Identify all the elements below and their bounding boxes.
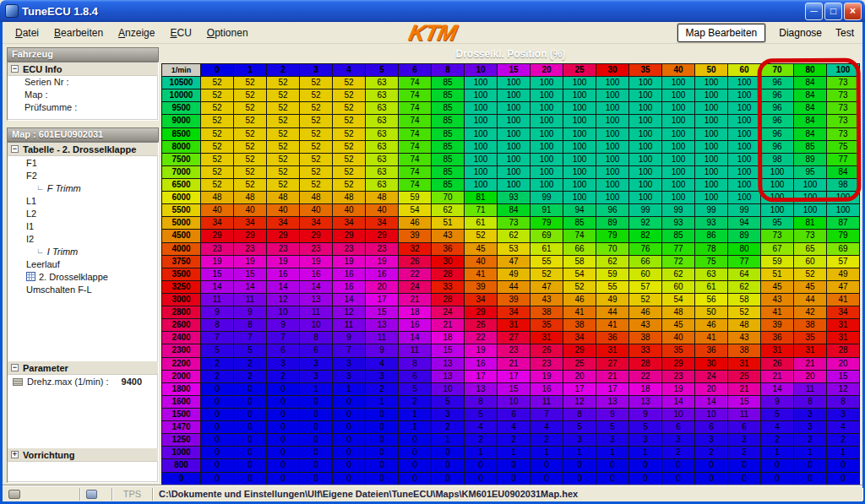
map-cell[interactable]: 100	[827, 204, 860, 217]
map-cell[interactable]: 16	[530, 382, 563, 395]
map-cell[interactable]: 81	[465, 192, 498, 204]
map-cell[interactable]: 72	[662, 255, 695, 268]
map-cell[interactable]: 7	[530, 408, 563, 420]
map-cell[interactable]: 13	[629, 395, 662, 408]
map-cell[interactable]: 80	[728, 242, 761, 255]
map-cell[interactable]: 26	[530, 344, 563, 357]
map-cell[interactable]: 0	[399, 447, 432, 459]
tree-item-2-drosselklappe[interactable]: 2. Drosselklappe	[8, 270, 158, 283]
map-cell[interactable]: 36	[695, 344, 728, 357]
map-cell[interactable]: 100	[629, 77, 662, 89]
map-cell[interactable]: 38	[563, 319, 596, 332]
map-cell[interactable]: 52	[333, 77, 366, 89]
map-cell[interactable]: 3	[662, 434, 695, 447]
map-cell[interactable]: 100	[662, 77, 695, 89]
map-cell[interactable]: 18	[432, 332, 465, 344]
map-cell[interactable]: 100	[728, 115, 761, 127]
map-cell[interactable]: 38	[794, 319, 827, 332]
map-cell[interactable]: 9	[234, 306, 267, 319]
map-cell[interactable]: 0	[498, 472, 530, 485]
map-cell[interactable]: 0	[234, 459, 267, 472]
map-cell[interactable]: 52	[234, 140, 267, 153]
map-cell[interactable]: 1	[530, 447, 563, 459]
map-cell[interactable]: 82	[629, 230, 662, 242]
map-cell[interactable]: 52	[530, 268, 563, 280]
map-cell[interactable]: 73	[827, 102, 860, 115]
map-cell[interactable]: 34	[234, 217, 267, 230]
map-bearbeiten-button[interactable]: Map Bearbeiten	[677, 24, 766, 42]
map-cell[interactable]: 96	[761, 77, 794, 89]
map-cell[interactable]: 6	[267, 344, 300, 357]
map-cell[interactable]: 0	[333, 421, 366, 434]
map-cell[interactable]: 100	[596, 192, 629, 204]
map-cell[interactable]: 100	[530, 77, 563, 89]
map-cell[interactable]: 100	[662, 140, 695, 153]
map-cell[interactable]: 100	[695, 102, 728, 115]
map-cell[interactable]: 1	[366, 395, 399, 408]
map-cell[interactable]: 1	[498, 447, 530, 459]
map-cell[interactable]: 47	[827, 280, 860, 293]
map-cell[interactable]: 0	[761, 472, 794, 485]
map-cell[interactable]: 100	[530, 115, 563, 127]
map-cell[interactable]: 100	[596, 77, 629, 89]
menu-item-datei[interactable]: Datei	[8, 24, 46, 42]
map-cell[interactable]: 100	[596, 165, 629, 178]
map-cell[interactable]: 31	[761, 344, 794, 357]
map-cell[interactable]: 0	[432, 447, 465, 459]
map-cell[interactable]: 29	[300, 230, 333, 242]
tree-item-f1[interactable]: F1	[8, 156, 158, 169]
map-cell[interactable]: 99	[695, 204, 728, 217]
map-cell[interactable]: 4	[530, 421, 563, 434]
map-cell[interactable]: 85	[432, 127, 465, 140]
map-cell[interactable]: 100	[530, 89, 563, 102]
map-cell[interactable]: 81	[794, 217, 827, 230]
map-cell[interactable]: 1	[300, 382, 333, 395]
map-cell[interactable]: 0	[794, 472, 827, 485]
map-cell[interactable]: 45	[465, 242, 498, 255]
map-cell[interactable]: 0	[629, 472, 662, 485]
map-cell[interactable]: 0	[530, 459, 563, 472]
close-button[interactable]: ×	[844, 3, 862, 20]
map-cell[interactable]: 95	[761, 217, 794, 230]
map-cell[interactable]: 14	[662, 395, 695, 408]
map-cell[interactable]: 31	[794, 344, 827, 357]
map-cell[interactable]: 52	[201, 140, 234, 153]
map-cell[interactable]: 52	[465, 230, 498, 242]
map-cell[interactable]: 0	[366, 434, 399, 447]
map-cell[interactable]: 13	[465, 382, 498, 395]
map-cell[interactable]: 1	[794, 447, 827, 459]
map-cell[interactable]: 34	[563, 332, 596, 344]
map-cell[interactable]: 100	[563, 127, 596, 140]
ecu-info-header[interactable]: − ECU Info	[8, 62, 158, 76]
menu-item-ecu[interactable]: ECU	[162, 24, 199, 42]
map-cell[interactable]: 1	[432, 434, 465, 447]
map-cell[interactable]: 53	[498, 242, 530, 255]
map-cell[interactable]: 45	[761, 280, 794, 293]
map-cell[interactable]: 9	[596, 408, 629, 420]
map-cell[interactable]: 28	[432, 293, 465, 306]
map-cell[interactable]: 0	[366, 472, 399, 485]
map-cell[interactable]: 99	[629, 204, 662, 217]
map-cell[interactable]: 0	[201, 472, 234, 485]
map-cell[interactable]: 32	[399, 242, 432, 255]
map-cell[interactable]: 74	[399, 165, 432, 178]
map-cell[interactable]: 0	[201, 434, 234, 447]
map-cell[interactable]: 17	[596, 382, 629, 395]
map-cell[interactable]: 0	[300, 395, 333, 408]
map-cell[interactable]: 100	[498, 102, 530, 115]
map-cell[interactable]: 29	[333, 230, 366, 242]
map-cell[interactable]: 84	[794, 77, 827, 89]
map-cell[interactable]: 5	[399, 382, 432, 395]
map-cell[interactable]: 100	[695, 192, 728, 204]
map-cell[interactable]: 34	[366, 217, 399, 230]
map-cell[interactable]: 23	[498, 344, 530, 357]
map-cell[interactable]: 20	[366, 280, 399, 293]
map-cell[interactable]: 28	[629, 357, 662, 370]
map-cell[interactable]: 100	[728, 89, 761, 102]
map-cell[interactable]: 3	[366, 370, 399, 382]
map-cell[interactable]: 76	[629, 242, 662, 255]
map-cell[interactable]: 0	[300, 408, 333, 420]
map-cell[interactable]: 29	[201, 230, 234, 242]
map-cell[interactable]: 31	[827, 319, 860, 332]
title-bar[interactable]: TuneECU 1.8.4 ─ □ ×	[0, 0, 865, 22]
